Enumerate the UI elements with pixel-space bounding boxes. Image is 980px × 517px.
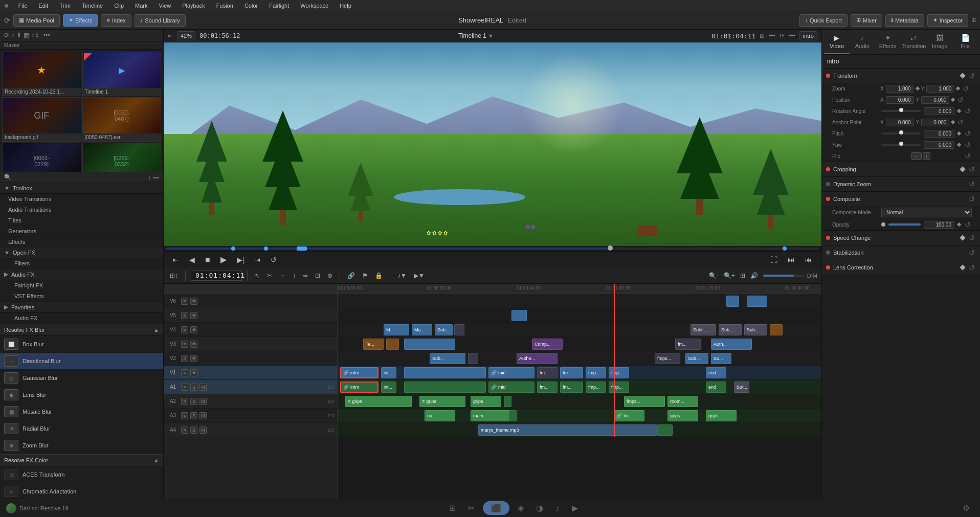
nav-fairlight-btn[interactable]: ♪ bbox=[551, 502, 564, 515]
nav-media-pool-btn[interactable]: ⊞ bbox=[445, 501, 460, 515]
clip-a1-waveform[interactable] bbox=[404, 381, 486, 393]
dynamic-zoom-reset[interactable]: ↺ bbox=[968, 180, 976, 188]
menu-fusion[interactable]: Fusion bbox=[214, 2, 235, 10]
prev-clip-btn[interactable]: ⏮ bbox=[802, 255, 815, 265]
a2-s[interactable]: S bbox=[190, 398, 197, 405]
clip-a1-fm1[interactable]: fm... bbox=[537, 381, 558, 393]
pitch-handle[interactable] bbox=[899, 130, 903, 134]
tl-select-btn[interactable]: ↖ bbox=[253, 271, 262, 280]
clip-a1-int[interactable]: int... bbox=[381, 381, 396, 393]
clip-a2-fade[interactable] bbox=[504, 396, 511, 407]
preview-icon-1[interactable]: ⇤ bbox=[168, 32, 173, 39]
clip-v2-sub2[interactable]: Sub... bbox=[685, 353, 708, 364]
clip-v6-2[interactable] bbox=[747, 296, 767, 307]
clip-a1-intro[interactable]: 🔗intro bbox=[340, 381, 378, 393]
clip-v3-fm[interactable]: fm... bbox=[675, 339, 701, 350]
clip-a2-fmps[interactable]: fmps... bbox=[624, 396, 665, 407]
inspector-tab-video[interactable]: ▶ Video bbox=[824, 30, 850, 54]
toolbox-item-fairlight-fx[interactable]: Fairlight FX bbox=[0, 280, 163, 291]
panel-more2[interactable]: ••• bbox=[153, 174, 159, 181]
clip-v6-1[interactable] bbox=[726, 296, 739, 307]
composite-mode-select[interactable]: Normal bbox=[881, 208, 972, 217]
index-button[interactable]: ≡ Index bbox=[101, 14, 131, 27]
tl-razor-btn[interactable]: ✂ bbox=[265, 271, 274, 280]
nav-deliver-btn[interactable]: ▶ bbox=[568, 501, 582, 515]
open-fx-header[interactable]: ▼ Open FX bbox=[0, 248, 163, 258]
inspector-tab-image[interactable]: 🖼 Image bbox=[927, 30, 952, 54]
transform-header[interactable]: Transform ↺ bbox=[822, 69, 980, 83]
prev-frame-btn[interactable]: ⇤ bbox=[170, 255, 182, 265]
clip-v1-fmp1[interactable]: fmp... bbox=[586, 367, 606, 378]
menu-file[interactable]: File bbox=[16, 2, 30, 10]
clip-a1-fmp1[interactable]: fmp... bbox=[586, 381, 606, 393]
clip-v3-comp[interactable]: Comp... bbox=[532, 339, 563, 350]
mixer-button[interactable]: ⊞ Mixer bbox=[851, 14, 882, 27]
clip-v1-intro[interactable]: 🔗intro bbox=[340, 367, 378, 378]
v2-eye[interactable]: 👁 bbox=[190, 355, 197, 362]
tl-slip-btn[interactable]: ↕ bbox=[291, 271, 298, 280]
dynamic-zoom-header[interactable]: Dynamic Zoom ↺ bbox=[822, 177, 980, 191]
flip-h-btn[interactable]: ↔ bbox=[911, 152, 922, 160]
preview-icon-sync[interactable]: ⟳ bbox=[779, 32, 785, 39]
v4-eye[interactable]: 👁 bbox=[190, 326, 197, 333]
cropping-keyframe[interactable] bbox=[960, 166, 965, 172]
menu-view[interactable]: View bbox=[157, 2, 173, 10]
toolbox-item-video-transitions[interactable]: Video Transitions bbox=[0, 194, 163, 205]
tl-speaker-btn[interactable]: 🔊 bbox=[748, 271, 760, 280]
a2-m[interactable]: M bbox=[199, 398, 207, 405]
opacity-keyframe[interactable] bbox=[957, 222, 961, 227]
panel-sort-btn[interactable]: ↕⇓ bbox=[31, 32, 39, 39]
tl-slide-btn[interactable]: ⇔ bbox=[301, 271, 310, 280]
anchor-reset[interactable]: ↺ bbox=[956, 118, 965, 126]
a4-lock[interactable]: ≡ bbox=[181, 426, 188, 434]
clip-v2-sub[interactable]: Sub... bbox=[430, 353, 465, 364]
toolbox-item-audio-transitions[interactable]: Audio Transitions bbox=[0, 205, 163, 215]
toolbox-item-titles[interactable]: Titles bbox=[0, 215, 163, 226]
clip-v4-end[interactable] bbox=[770, 324, 783, 335]
stabilization-reset[interactable]: ↺ bbox=[968, 249, 976, 257]
flip-reset[interactable]: ↺ bbox=[964, 152, 972, 160]
clip-v4-subt2[interactable]: Sub... bbox=[719, 324, 742, 335]
v6-lock[interactable]: ≡ bbox=[181, 298, 188, 305]
nav-fusion-btn[interactable]: ◈ bbox=[514, 501, 528, 515]
yaw-keyframe[interactable] bbox=[957, 143, 961, 147]
clip-v2-auth[interactable]: Authe... bbox=[517, 353, 558, 364]
yaw-slider[interactable] bbox=[881, 144, 921, 146]
fx-mosaic-blur[interactable]: ▦ Mosaic Blur bbox=[0, 403, 163, 420]
clip-a3-grips1[interactable]: grips bbox=[667, 410, 698, 421]
clip-v2-su[interactable]: Su... bbox=[711, 353, 731, 364]
media-item-exr2[interactable]: [0001-0229] [0001-0229].exr bbox=[2, 143, 81, 172]
clip-v3-te[interactable]: Te... bbox=[363, 339, 384, 350]
composite-reset[interactable]: ↺ bbox=[968, 195, 976, 203]
sound-library-button[interactable]: ♪ Sound Library bbox=[135, 14, 186, 27]
tl-audio-btn[interactable]: ♪▼ bbox=[395, 271, 409, 280]
pitch-keyframe[interactable] bbox=[957, 131, 961, 136]
composite-header[interactable]: Composite ↺ bbox=[822, 192, 980, 206]
v3-eye[interactable]: 👁 bbox=[190, 341, 197, 348]
a3-lock[interactable]: ≡ bbox=[181, 412, 188, 419]
clip-v2-fmps[interactable]: fmps... bbox=[655, 353, 680, 364]
yaw-handle[interactable] bbox=[899, 142, 903, 146]
clip-a3-mary[interactable]: mary... bbox=[471, 410, 511, 421]
menu-clip[interactable]: Clip bbox=[112, 2, 126, 10]
clip-a3-fm[interactable]: 🔗fm... bbox=[614, 410, 644, 421]
toolbox-item-generators[interactable]: Generators bbox=[0, 226, 163, 237]
tl-trim-btn[interactable]: ↔ bbox=[277, 271, 287, 280]
v1-lock[interactable]: ≡ bbox=[181, 369, 188, 376]
volume-slider[interactable] bbox=[763, 275, 804, 277]
favorites-header[interactable]: ▶ Favorites bbox=[0, 302, 163, 313]
clip-v4-ma[interactable]: Ma... bbox=[412, 324, 432, 335]
cropping-header[interactable]: Cropping ↺ bbox=[822, 162, 980, 176]
fx-radial-blur[interactable]: ↺ Radial Blur bbox=[0, 420, 163, 437]
zoom-x-input[interactable]: 1.000 bbox=[886, 85, 914, 93]
tl-timecode[interactable]: 01:01:04:11 bbox=[191, 270, 242, 281]
clip-v1-mid[interactable]: 🔗mid bbox=[488, 367, 534, 378]
toolbar-icon-home[interactable]: ⟳ bbox=[4, 16, 10, 25]
fx-gaussian-blur[interactable]: ◎ Gaussian Blur bbox=[0, 370, 163, 387]
scrub-bar[interactable] bbox=[166, 248, 819, 250]
rotation-value[interactable] bbox=[924, 107, 954, 115]
preview-viewport[interactable]: ✿ ✿ ✿ ✿ ✿ ✿ bbox=[164, 42, 821, 246]
stabilization-header[interactable]: Stabilization ↺ bbox=[822, 245, 980, 260]
toolbox-item-effects[interactable]: Effects bbox=[0, 237, 163, 248]
anchor-x-input[interactable] bbox=[886, 119, 914, 126]
